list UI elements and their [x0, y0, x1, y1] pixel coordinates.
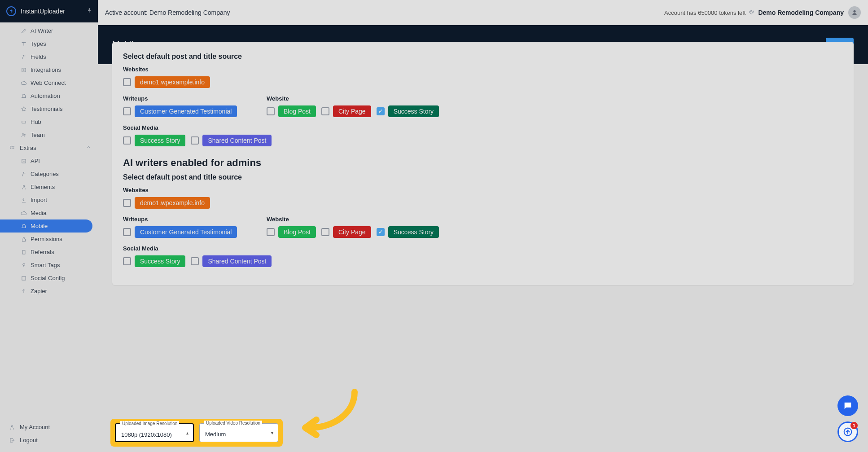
main: Active account: Demo Remodeling Company … [98, 0, 868, 452]
checkbox-sm-success[interactable] [123, 136, 131, 145]
svg-rect-13 [22, 250, 25, 254]
svg-rect-15 [22, 276, 26, 280]
svg-rect-1 [22, 121, 26, 123]
user-icon [9, 424, 15, 430]
select-label: Uploaded Video Resolution [204, 421, 262, 426]
sidebar-item-permissions[interactable]: Permissions [0, 233, 98, 246]
label: Extras [20, 145, 36, 151]
chip-sm-shared-2: Shared Content Post [202, 255, 272, 267]
sidebar-item-elements[interactable]: Elements [0, 180, 98, 193]
company-name[interactable]: Demo Remodeling Company [758, 9, 844, 16]
label: Elements [31, 184, 55, 190]
sidebar-item-api[interactable]: API [0, 154, 98, 167]
sidebar-item-my-account[interactable]: My Account [0, 421, 98, 434]
checkbox-blog-2[interactable] [267, 228, 275, 236]
chip-blog-2: Blog Post [278, 226, 316, 238]
checkbox-writeup-2[interactable] [123, 228, 131, 236]
avatar[interactable] [848, 6, 861, 19]
sidebar: InstantUploader AI Writer Types Fields I… [0, 0, 98, 452]
social-header: Social Media [123, 124, 843, 131]
tag-icon [21, 262, 27, 268]
sidebar-item-team[interactable]: Team [0, 128, 98, 141]
label: Testimonials [31, 105, 63, 112]
label: Logout [20, 437, 38, 443]
websites-header: Websites [123, 66, 843, 73]
sidebar-item-zapier[interactable]: Zapier [0, 285, 98, 298]
label: Team [31, 132, 45, 138]
chip-blog: Blog Post [278, 105, 316, 117]
chat-button[interactable] [837, 395, 858, 416]
checkbox-sm-shared[interactable] [191, 136, 199, 145]
grid-icon [9, 145, 15, 151]
label: Media [31, 210, 46, 216]
import-icon [21, 197, 27, 203]
categories-icon [21, 171, 27, 177]
checkbox-city-2[interactable] [321, 228, 329, 236]
refresh-icon[interactable] [748, 9, 754, 16]
label: Social Config [31, 275, 65, 281]
topbar: Active account: Demo Remodeling Company … [98, 0, 868, 25]
logout-icon [9, 437, 15, 443]
checkbox-blog[interactable] [267, 107, 275, 115]
chevron-up-icon [85, 144, 92, 152]
chip-sm-success-2: Success Story [135, 255, 185, 267]
chip-writeup-2: Customer Generated Testimonial [135, 226, 237, 238]
label: Mobile [31, 223, 48, 229]
chip-city-2: City Page [333, 226, 371, 238]
chip-writeup: Customer Generated Testimonial [135, 105, 237, 117]
sidebar-item-automation[interactable]: Automation [0, 89, 98, 102]
label: API [31, 158, 40, 164]
sidebar-item-import[interactable]: Import [0, 193, 98, 206]
sidebar-item-media[interactable]: Media [0, 206, 98, 219]
image-resolution-select[interactable]: Uploaded Image Resolution 1080p (1920x10… [115, 423, 194, 442]
chip-success-2: Success Story [388, 226, 439, 238]
dropdown-arrow-icon: ▾ [271, 430, 273, 435]
help-button[interactable]: 1 [837, 421, 858, 442]
elements-icon [21, 184, 27, 190]
brand-name: InstantUploader [21, 8, 65, 15]
fields-icon [21, 54, 27, 60]
checkbox-success-2[interactable] [377, 228, 385, 236]
checkbox-sm-shared-2[interactable] [191, 257, 199, 265]
label: My Account [20, 424, 50, 430]
checkbox-sm-success-2[interactable] [123, 257, 131, 265]
pin-icon[interactable] [86, 7, 92, 15]
video-resolution-select[interactable]: Uploaded Video Resolution Medium ▾ [199, 423, 278, 442]
checkbox-success[interactable] [377, 107, 385, 115]
sidebar-item-social-config[interactable]: Social Config [0, 272, 98, 285]
section-sub-2: Select default post and title source [123, 173, 843, 181]
label: Web Connect [31, 79, 66, 86]
sidebar-item-categories[interactable]: Categories [0, 167, 98, 180]
nav: AI Writer Types Fields Integrations Web … [0, 22, 98, 417]
brand-bar: InstantUploader [0, 0, 98, 22]
sidebar-item-mobile[interactable]: Mobile [0, 219, 92, 233]
checkbox-site-1[interactable] [123, 78, 131, 86]
bottom-nav: My Account Logout [0, 417, 98, 452]
sidebar-item-logout[interactable]: Logout [0, 434, 98, 447]
bell-icon [21, 93, 27, 99]
website-header-2: Website [267, 216, 439, 223]
sidebar-item-testimonials[interactable]: Testimonials [0, 102, 98, 115]
sidebar-item-web-connect[interactable]: Web Connect [0, 76, 98, 89]
svg-point-3 [24, 134, 25, 135]
chip-success: Success Story [388, 105, 439, 117]
sidebar-group-extras[interactable]: Extras [0, 141, 98, 154]
sidebar-item-integrations[interactable]: Integrations [0, 63, 98, 76]
chip-city: City Page [333, 105, 371, 117]
highlight-callout: Uploaded Image Resolution 1080p (1920x10… [110, 419, 283, 447]
sidebar-item-hub[interactable]: Hub [0, 115, 98, 128]
sidebar-item-fields[interactable]: Fields [0, 50, 98, 63]
sidebar-item-smart-tags[interactable]: Smart Tags [0, 259, 98, 272]
label: Hub [31, 118, 41, 125]
checkbox-site-2[interactable] [123, 199, 131, 207]
sidebar-item-types[interactable]: Types [0, 37, 98, 50]
checkbox-writeup-1[interactable] [123, 107, 131, 115]
referrals-icon [21, 249, 27, 255]
label: Types [31, 40, 46, 47]
sidebar-item-ai-writer[interactable]: AI Writer [0, 24, 98, 37]
zapier-icon [21, 288, 27, 294]
sidebar-item-referrals[interactable]: Referrals [0, 246, 98, 259]
svg-point-7 [10, 148, 11, 149]
checkbox-city[interactable] [321, 107, 329, 115]
label: Referrals [31, 249, 54, 255]
